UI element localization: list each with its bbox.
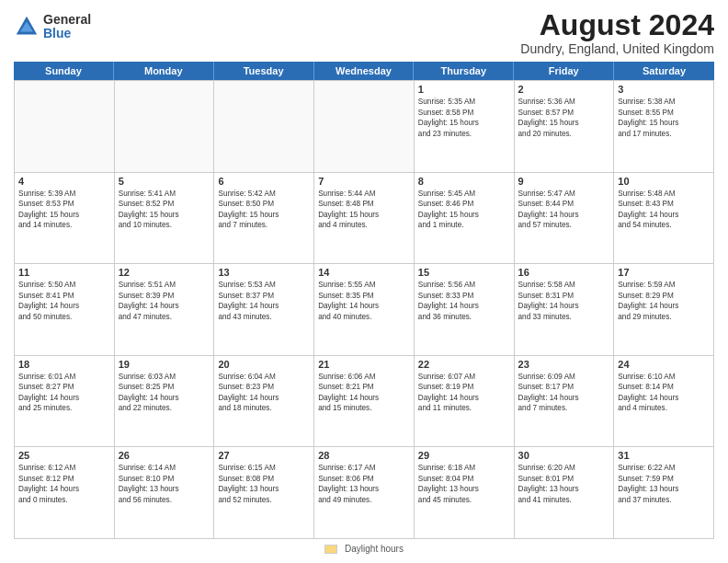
cell-text: Sunrise: 5:38 AM Sunset: 8:55 PM Dayligh… — [618, 97, 710, 139]
cell-text: Sunrise: 6:07 AM Sunset: 8:19 PM Dayligh… — [418, 372, 510, 414]
calendar-day-11: 11Sunrise: 5:50 AM Sunset: 8:41 PM Dayli… — [15, 264, 115, 356]
calendar-day-22: 22Sunrise: 6:07 AM Sunset: 8:19 PM Dayli… — [415, 356, 515, 448]
calendar-day-3: 3Sunrise: 5:38 AM Sunset: 8:55 PM Daylig… — [614, 81, 714, 173]
day-number: 17 — [618, 267, 710, 278]
cell-text: Sunrise: 6:01 AM Sunset: 8:27 PM Dayligh… — [18, 372, 110, 414]
cell-text: Sunrise: 6:18 AM Sunset: 8:04 PM Dayligh… — [418, 463, 510, 505]
calendar-day-7: 7Sunrise: 5:44 AM Sunset: 8:48 PM Daylig… — [314, 173, 415, 265]
legend-label: Daylight hours — [345, 544, 404, 554]
cell-text: Sunrise: 6:14 AM Sunset: 8:10 PM Dayligh… — [119, 463, 210, 505]
day-number: 28 — [318, 450, 410, 461]
cell-text: Sunrise: 6:10 AM Sunset: 8:14 PM Dayligh… — [618, 372, 710, 414]
day-number: 26 — [119, 450, 210, 461]
cell-text: Sunrise: 5:45 AM Sunset: 8:46 PM Dayligh… — [418, 189, 510, 231]
logo-general-label: General — [43, 13, 91, 27]
cell-text: Sunrise: 5:48 AM Sunset: 8:43 PM Dayligh… — [618, 189, 710, 231]
header-day-wednesday: Wednesday — [314, 62, 415, 80]
cell-text: Sunrise: 5:58 AM Sunset: 8:31 PM Dayligh… — [518, 280, 610, 322]
calendar-cell-empty — [314, 81, 415, 173]
logo-icon — [14, 14, 40, 40]
header-day-friday: Friday — [514, 62, 614, 80]
calendar-day-19: 19Sunrise: 6:03 AM Sunset: 8:25 PM Dayli… — [115, 356, 215, 448]
calendar-day-21: 21Sunrise: 6:06 AM Sunset: 8:21 PM Dayli… — [314, 356, 415, 448]
day-number: 1 — [418, 84, 510, 95]
legend-box — [324, 545, 337, 554]
cell-text: Sunrise: 6:12 AM Sunset: 8:12 PM Dayligh… — [18, 463, 110, 505]
calendar-cell-empty — [214, 81, 314, 173]
calendar-row-1: 1Sunrise: 5:35 AM Sunset: 8:58 PM Daylig… — [15, 81, 714, 173]
day-number: 6 — [218, 176, 310, 187]
calendar-day-26: 26Sunrise: 6:14 AM Sunset: 8:10 PM Dayli… — [115, 447, 215, 539]
calendar-day-4: 4Sunrise: 5:39 AM Sunset: 8:53 PM Daylig… — [15, 173, 115, 265]
cell-text: Sunrise: 5:55 AM Sunset: 8:35 PM Dayligh… — [318, 280, 410, 322]
calendar-day-10: 10Sunrise: 5:48 AM Sunset: 8:43 PM Dayli… — [614, 173, 714, 265]
calendar-day-14: 14Sunrise: 5:55 AM Sunset: 8:35 PM Dayli… — [314, 264, 415, 356]
cell-text: Sunrise: 5:36 AM Sunset: 8:57 PM Dayligh… — [518, 97, 610, 139]
logo-text: General Blue — [43, 13, 91, 41]
calendar-day-9: 9Sunrise: 5:47 AM Sunset: 8:44 PM Daylig… — [515, 173, 615, 265]
header-day-thursday: Thursday — [414, 62, 514, 80]
day-number: 16 — [518, 267, 610, 278]
logo: General Blue — [14, 13, 91, 41]
day-number: 31 — [618, 450, 710, 461]
calendar-row-2: 4Sunrise: 5:39 AM Sunset: 8:53 PM Daylig… — [15, 173, 714, 265]
cell-text: Sunrise: 6:22 AM Sunset: 7:59 PM Dayligh… — [618, 463, 710, 505]
calendar-row-5: 25Sunrise: 6:12 AM Sunset: 8:12 PM Dayli… — [15, 447, 714, 539]
cell-text: Sunrise: 5:39 AM Sunset: 8:53 PM Dayligh… — [18, 189, 110, 231]
calendar-header: SundayMondayTuesdayWednesdayThursdayFrid… — [14, 62, 714, 80]
cell-text: Sunrise: 6:03 AM Sunset: 8:25 PM Dayligh… — [119, 372, 210, 414]
calendar-day-17: 17Sunrise: 5:59 AM Sunset: 8:29 PM Dayli… — [614, 264, 714, 356]
cell-text: Sunrise: 5:59 AM Sunset: 8:29 PM Dayligh… — [618, 280, 710, 322]
calendar-day-28: 28Sunrise: 6:17 AM Sunset: 8:06 PM Dayli… — [314, 447, 415, 539]
legend: Daylight hours — [14, 544, 714, 554]
calendar-day-30: 30Sunrise: 6:20 AM Sunset: 8:01 PM Dayli… — [515, 447, 615, 539]
day-number: 14 — [318, 267, 410, 278]
cell-text: Sunrise: 6:04 AM Sunset: 8:23 PM Dayligh… — [218, 372, 310, 414]
day-number: 13 — [218, 267, 310, 278]
day-number: 4 — [18, 176, 110, 187]
day-number: 19 — [119, 359, 210, 370]
logo-blue-label: Blue — [43, 27, 91, 40]
cell-text: Sunrise: 5:50 AM Sunset: 8:41 PM Dayligh… — [18, 280, 110, 322]
day-number: 22 — [418, 359, 510, 370]
page: General Blue August 2024 Dundry, England… — [0, 0, 728, 563]
calendar-day-6: 6Sunrise: 5:42 AM Sunset: 8:50 PM Daylig… — [214, 173, 314, 265]
day-number: 15 — [418, 267, 510, 278]
calendar-day-13: 13Sunrise: 5:53 AM Sunset: 8:37 PM Dayli… — [214, 264, 314, 356]
cell-text: Sunrise: 5:47 AM Sunset: 8:44 PM Dayligh… — [518, 189, 610, 231]
calendar-day-15: 15Sunrise: 5:56 AM Sunset: 8:33 PM Dayli… — [415, 264, 515, 356]
calendar-day-1: 1Sunrise: 5:35 AM Sunset: 8:58 PM Daylig… — [415, 81, 515, 173]
calendar-cell-empty — [15, 81, 115, 173]
calendar-day-29: 29Sunrise: 6:18 AM Sunset: 8:04 PM Dayli… — [415, 447, 515, 539]
day-number: 8 — [418, 176, 510, 187]
month-year: August 2024 — [520, 9, 714, 41]
header: General Blue August 2024 Dundry, England… — [14, 9, 714, 56]
location: Dundry, England, United Kingdom — [520, 41, 714, 56]
day-number: 21 — [318, 359, 410, 370]
day-number: 3 — [618, 84, 710, 95]
calendar-row-4: 18Sunrise: 6:01 AM Sunset: 8:27 PM Dayli… — [15, 356, 714, 448]
calendar-day-27: 27Sunrise: 6:15 AM Sunset: 8:08 PM Dayli… — [214, 447, 314, 539]
day-number: 12 — [119, 267, 210, 278]
cell-text: Sunrise: 6:20 AM Sunset: 8:01 PM Dayligh… — [518, 463, 610, 505]
calendar-day-24: 24Sunrise: 6:10 AM Sunset: 8:14 PM Dayli… — [614, 356, 714, 448]
cell-text: Sunrise: 5:41 AM Sunset: 8:52 PM Dayligh… — [119, 189, 210, 231]
day-number: 9 — [518, 176, 610, 187]
title-block: August 2024 Dundry, England, United King… — [520, 9, 714, 56]
calendar-day-31: 31Sunrise: 6:22 AM Sunset: 7:59 PM Dayli… — [614, 447, 714, 539]
day-number: 2 — [518, 84, 610, 95]
day-number: 5 — [119, 176, 210, 187]
day-number: 20 — [218, 359, 310, 370]
calendar-day-18: 18Sunrise: 6:01 AM Sunset: 8:27 PM Dayli… — [15, 356, 115, 448]
calendar-body: 1Sunrise: 5:35 AM Sunset: 8:58 PM Daylig… — [14, 80, 714, 539]
day-number: 25 — [18, 450, 110, 461]
calendar-cell-empty — [115, 81, 215, 173]
calendar: SundayMondayTuesdayWednesdayThursdayFrid… — [14, 62, 714, 539]
calendar-day-23: 23Sunrise: 6:09 AM Sunset: 8:17 PM Dayli… — [515, 356, 615, 448]
cell-text: Sunrise: 6:17 AM Sunset: 8:06 PM Dayligh… — [318, 463, 410, 505]
day-number: 18 — [18, 359, 110, 370]
calendar-row-3: 11Sunrise: 5:50 AM Sunset: 8:41 PM Dayli… — [15, 264, 714, 356]
header-day-sunday: Sunday — [14, 62, 114, 80]
day-number: 11 — [18, 267, 110, 278]
cell-text: Sunrise: 6:09 AM Sunset: 8:17 PM Dayligh… — [518, 372, 610, 414]
